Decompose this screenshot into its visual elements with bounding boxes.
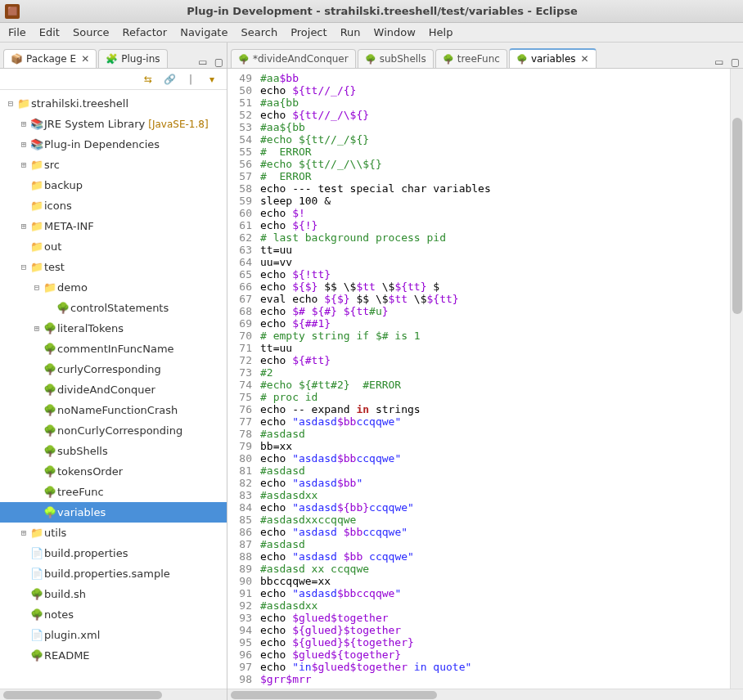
tree-item-variables[interactable]: 🌳variables <box>0 502 227 523</box>
menu-search[interactable]: Search <box>241 26 277 38</box>
tree-item-tokensorder[interactable]: 🌳tokensOrder <box>0 461 227 482</box>
menu-file[interactable]: File <box>8 26 26 38</box>
tree-item-plug-in-dependencies[interactable]: ⊞📚Plug-in Dependencies <box>0 134 227 155</box>
tab-package-explorer[interactable]: 📦 Package E ✕ <box>3 49 97 68</box>
tree-item-curlycorresponding[interactable]: 🌳curlyCorresponding <box>0 359 227 379</box>
tree-item-icons[interactable]: 📁icons <box>0 195 227 216</box>
code-content[interactable]: #aa$bbecho ${tt//_/{}#aa{bbecho ${tt//_/… <box>257 69 730 689</box>
proj-icon: 📁 <box>16 97 31 110</box>
tree-twisty-icon[interactable]: ⊞ <box>18 221 29 231</box>
menu-source[interactable]: Source <box>73 26 110 38</box>
tree-item-notes[interactable]: 🌳notes <box>0 604 227 625</box>
file-icon: 📄 <box>29 629 44 641</box>
tree-item-readme[interactable]: 🌳README <box>0 645 227 666</box>
tree-item-treefunc[interactable]: 🌳treeFunc <box>0 482 227 502</box>
folder-icon: 📁 <box>29 179 44 191</box>
editor-tab-variables[interactable]: 🌳variables✕ <box>509 48 597 68</box>
tree-item-commentinfuncname[interactable]: 🌳commentInFuncName <box>0 339 227 359</box>
leaf-icon: 🌳 <box>43 343 57 355</box>
tree-twisty-icon[interactable]: ⊞ <box>18 139 29 150</box>
line-number-gutter: 49 50 51 52 53 54 55 56 57 58 59 60 61 6… <box>227 69 257 689</box>
minimize-icon[interactable]: ▭ <box>714 56 723 68</box>
leaf-icon: 🌳 <box>43 445 57 457</box>
tree-item-label: icons <box>44 200 72 212</box>
tree-item-label: controlStatements <box>70 302 169 314</box>
view-menu-icon[interactable]: ▾ <box>205 73 218 86</box>
folder-icon: 📁 <box>29 261 44 273</box>
menu-navigate[interactable]: Navigate <box>180 26 227 38</box>
tree-twisty-icon[interactable]: ⊞ <box>18 527 29 538</box>
tree-item-src[interactable]: ⊞📁src <box>0 155 227 175</box>
tree-item-label: curlyCorresponding <box>57 363 161 375</box>
folder-icon: 📁 <box>29 220 44 232</box>
leaf-icon: 🌳 <box>43 424 57 437</box>
folder-icon: 📁 <box>43 281 57 294</box>
leaf-icon: 🌳 <box>43 322 57 334</box>
tree-item-label: variables <box>57 506 106 518</box>
tree-item-plugin-xml[interactable]: 📄plugin.xml <box>0 625 227 645</box>
tree-item-demo[interactable]: ⊟📁demo <box>0 277 227 298</box>
tree-item-controlstatements[interactable]: 🌳controlStatements <box>0 298 227 318</box>
leaf-icon: 🌳 <box>43 384 57 396</box>
tree-twisty-icon[interactable]: ⊟ <box>31 282 43 293</box>
tree-twisty-icon[interactable]: ⊞ <box>31 323 43 334</box>
leaf-icon: 🌳 <box>43 465 57 478</box>
file-icon: 🌳 <box>516 54 528 65</box>
pkgfolder-icon: 📁 <box>29 159 44 171</box>
tree-item-subshells[interactable]: 🌳subShells <box>0 441 227 461</box>
leaf-icon: 🌳 <box>43 486 57 498</box>
collapse-all-icon[interactable]: ⇆ <box>142 73 155 86</box>
tree-item-test[interactable]: ⊟📁test <box>0 257 227 277</box>
tree-item-strahilski-treeshell[interactable]: ⊟📁strahilski.treeshell <box>0 93 227 114</box>
menu-help[interactable]: Help <box>429 26 453 38</box>
menu-project[interactable]: Project <box>290 26 326 38</box>
tree-twisty-icon[interactable]: ⊟ <box>18 262 29 272</box>
tree-item-nonamefunctioncrash[interactable]: 🌳noNameFunctionCrash <box>0 400 227 420</box>
tree-item-build-properties-sample[interactable]: 📄build.properties.sample <box>0 563 227 584</box>
tree-item-out[interactable]: 📁out <box>0 236 227 257</box>
tree-item-label: META-INF <box>44 220 94 232</box>
tree-item-label: strahilski.treeshell <box>31 97 128 110</box>
tree-item-literaltokens[interactable]: ⊞🌳literalTokens <box>0 318 227 339</box>
link-editor-icon[interactable]: 🔗 <box>163 73 176 86</box>
editor-tab--divideandconquer[interactable]: 🌳*divideAndConquer <box>231 49 356 68</box>
tab-plugins[interactable]: 🧩 Plug-ins <box>98 49 167 68</box>
close-icon[interactable]: ✕ <box>81 53 89 65</box>
vertical-scrollbar[interactable] <box>730 69 743 689</box>
divider: | <box>184 73 197 86</box>
code-editor[interactable]: 49 50 51 52 53 54 55 56 57 58 59 60 61 6… <box>227 69 743 689</box>
menu-refactor[interactable]: Refactor <box>123 26 168 38</box>
tree-twisty-icon[interactable]: ⊟ <box>5 98 16 109</box>
horizontal-scrollbar[interactable] <box>227 689 743 700</box>
maximize-icon[interactable]: ▢ <box>214 56 223 68</box>
tree-item-qualifier: [JavaSE-1.8] <box>148 119 208 130</box>
tree-item-label: divideAndConquer <box>57 384 155 396</box>
tree-item-meta-inf[interactable]: ⊞📁META-INF <box>0 216 227 236</box>
editor-tab-treefunc[interactable]: 🌳treeFunc <box>435 49 507 68</box>
tree-item-backup[interactable]: 📁backup <box>0 175 227 195</box>
editor-tab-subshells[interactable]: 🌳subShells <box>358 49 434 68</box>
project-tree[interactable]: ⊟📁strahilski.treeshell⊞📚JRE System Libra… <box>0 90 227 689</box>
explorer-toolbar: ⇆ 🔗 | ▾ <box>0 69 227 90</box>
folder-icon: 📁 <box>29 527 44 539</box>
menu-run[interactable]: Run <box>340 26 361 38</box>
titlebar: 🟫 Plug-in Development - strahilski.trees… <box>0 0 743 23</box>
maximize-icon[interactable]: ▢ <box>731 56 740 68</box>
tree-twisty-icon[interactable]: ⊞ <box>18 119 29 129</box>
tree-item-build-properties[interactable]: 📄build.properties <box>0 543 227 563</box>
close-icon[interactable]: ✕ <box>581 53 589 65</box>
menu-edit[interactable]: Edit <box>39 26 60 38</box>
menu-window[interactable]: Window <box>374 26 416 38</box>
horizontal-scrollbar[interactable] <box>0 689 227 700</box>
tree-item-build-sh[interactable]: 🌳build.sh <box>0 584 227 604</box>
tree-item-label: Plug-in Dependencies <box>44 138 160 150</box>
tree-item-divideandconquer[interactable]: 🌳divideAndConquer <box>0 379 227 400</box>
minimize-icon[interactable]: ▭ <box>198 56 207 68</box>
tree-item-label: backup <box>44 179 83 191</box>
tree-item-label: notes <box>44 608 74 621</box>
tree-item-noncurlycorresponding[interactable]: 🌳nonCurlyCorresponding <box>0 420 227 441</box>
tree-item-jre-system-library[interactable]: ⊞📚JRE System Library[JavaSE-1.8] <box>0 114 227 134</box>
tree-item-utils[interactable]: ⊞📁utils <box>0 523 227 543</box>
lib-icon: 📚 <box>29 118 44 130</box>
tree-twisty-icon[interactable]: ⊞ <box>18 159 29 170</box>
